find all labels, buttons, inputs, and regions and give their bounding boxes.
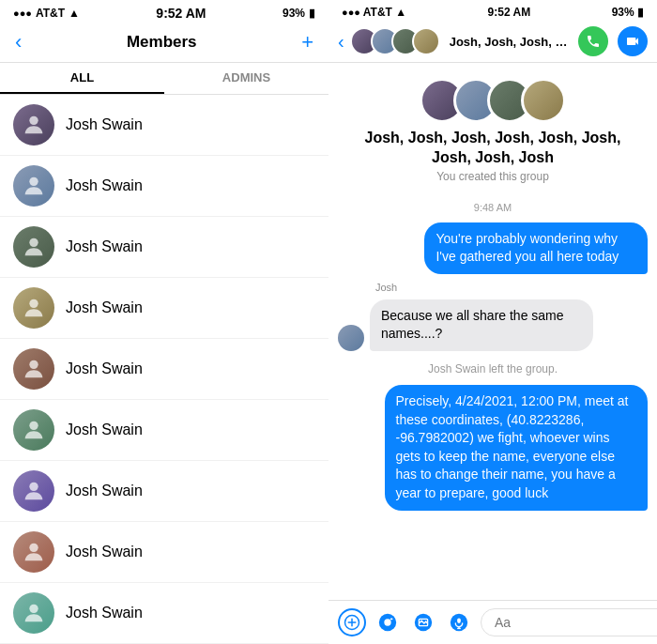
member-item-2[interactable]: Josh Swain — [0, 156, 328, 217]
member-name-5: Josh Swain — [66, 360, 143, 377]
image-button[interactable] — [409, 608, 437, 636]
message-row-sent-1: You're probably wondering why I've gathe… — [338, 222, 648, 274]
right-carrier: ●●● AT&T ▲ — [342, 6, 406, 19]
tab-admins[interactable]: ADMINS — [164, 63, 328, 94]
chat-input[interactable] — [481, 608, 657, 636]
member-avatar-8 — [13, 531, 54, 573]
message-timestamp: 9:48 AM — [338, 202, 648, 213]
chat-header: ‹ Josh, Josh, Josh, Josh,... — [328, 23, 657, 63]
chat-header-icons — [578, 26, 648, 56]
person-icon — [21, 417, 47, 443]
person-icon — [21, 356, 47, 382]
member-item-3[interactable]: Josh Swain — [0, 217, 328, 278]
person-icon — [21, 295, 47, 321]
sender-label: Josh — [375, 282, 648, 293]
svg-point-6 — [29, 483, 38, 491]
phone-icon — [586, 34, 601, 49]
plus-circle-icon — [344, 614, 360, 631]
group-subtext: You created this group — [436, 170, 549, 183]
group-big-avatars — [420, 78, 566, 123]
member-avatar-5 — [13, 348, 54, 390]
member-name-6: Josh Swain — [66, 422, 143, 438]
member-avatar-7 — [13, 470, 54, 512]
mini-avatar-4 — [412, 27, 440, 55]
signal-icon: ●●● — [13, 8, 32, 19]
right-battery: 93% ▮ — [612, 6, 644, 19]
chat-area: Josh, Josh, Josh, Josh, Josh, Josh, Josh… — [328, 63, 657, 600]
left-status-bar: ●●● AT&T ▲ 9:52 AM 93% ▮ — [0, 0, 328, 24]
member-avatar-2 — [13, 165, 54, 207]
bubble-sent-1: You're probably wondering why I've gathe… — [424, 222, 648, 274]
svg-point-2 — [29, 238, 38, 247]
bubble-received-1: Because we all share the same names....? — [370, 299, 593, 351]
member-item-4[interactable]: Josh Swain — [0, 278, 328, 339]
svg-point-7 — [29, 544, 38, 552]
add-action-button[interactable] — [338, 608, 366, 636]
tab-all[interactable]: ALL — [0, 63, 164, 94]
microphone-button[interactable] — [445, 608, 473, 636]
group-avatar-cluster — [350, 27, 440, 55]
chat-input-bar: ☺ 👍 — [328, 600, 657, 644]
message-row-received-1: Because we all share the same names....? — [338, 299, 648, 351]
right-status-bar: ●●● AT&T ▲ 9:52 AM 93% ▮ — [328, 0, 657, 23]
chat-group-name-short[interactable]: Josh, Josh, Josh, Josh,... — [450, 35, 573, 49]
left-header: ‹ Members + — [0, 24, 328, 63]
person-icon — [21, 539, 47, 565]
member-name-8: Josh Swain — [66, 544, 143, 560]
svg-point-1 — [29, 177, 38, 186]
svg-point-16 — [420, 621, 422, 622]
group-info-section: Josh, Josh, Josh, Josh, Josh, Josh, Josh… — [338, 72, 648, 192]
member-name-3: Josh Swain — [66, 238, 143, 255]
member-avatar-9 — [13, 592, 54, 634]
member-avatar-6 — [13, 409, 54, 451]
r-carrier-name: AT&T — [363, 6, 392, 19]
member-item-5[interactable]: Josh Swain — [0, 339, 328, 400]
members-title: Members — [127, 33, 197, 52]
svg-point-12 — [384, 619, 390, 625]
left-battery: 93% ▮ — [283, 7, 315, 20]
bubble-sent-2: Precisely, 4/24/2021, 12:00 PM, meet at … — [385, 385, 649, 511]
member-item-7[interactable]: Josh Swain — [0, 461, 328, 522]
person-icon — [21, 112, 47, 138]
r-battery-label: 93% — [612, 6, 634, 19]
right-panel: ●●● AT&T ▲ 9:52 AM 93% ▮ ‹ Josh, Josh, J… — [328, 0, 657, 644]
big-avatar-4 — [521, 78, 566, 123]
member-name-2: Josh Swain — [66, 177, 143, 194]
member-avatar-1 — [13, 104, 54, 146]
left-panel: ●●● AT&T ▲ 9:52 AM 93% ▮ ‹ Members + ALL… — [0, 0, 328, 644]
svg-rect-18 — [457, 618, 461, 623]
person-icon — [21, 234, 47, 260]
received-avatar — [338, 325, 364, 351]
add-member-button[interactable]: + — [301, 30, 313, 54]
r-battery-icon: ▮ — [637, 6, 644, 19]
member-avatar-3 — [13, 226, 54, 268]
person-icon — [21, 173, 47, 199]
svg-rect-13 — [390, 618, 393, 620]
phone-call-button[interactable] — [578, 26, 608, 56]
left-carrier: ●●● AT&T ▲ — [13, 7, 80, 20]
carrier-name: AT&T — [36, 7, 65, 20]
member-item-9[interactable]: Josh Swain — [0, 583, 328, 644]
left-time: 9:52 AM — [156, 6, 206, 21]
member-item-8[interactable]: Josh Swain — [0, 522, 328, 583]
back-button[interactable]: ‹ — [15, 30, 22, 54]
r-signal-icon: ●●● — [342, 7, 360, 18]
image-icon — [413, 612, 434, 633]
video-icon — [625, 34, 640, 49]
person-icon — [21, 600, 47, 626]
battery-icon: ▮ — [309, 7, 315, 20]
chat-back-button[interactable]: ‹ — [338, 31, 344, 53]
svg-point-5 — [29, 422, 38, 430]
group-full-name: Josh, Josh, Josh, Josh, Josh, Josh, Josh… — [347, 129, 638, 168]
video-call-button[interactable] — [618, 26, 648, 56]
member-item-1[interactable]: Josh Swain — [0, 95, 328, 156]
member-avatar-4 — [13, 287, 54, 329]
svg-point-3 — [29, 299, 38, 308]
wifi-icon: ▲ — [69, 7, 80, 20]
member-item-6[interactable]: Josh Swain — [0, 400, 328, 461]
camera-button[interactable] — [374, 608, 402, 636]
camera-icon — [377, 612, 398, 633]
system-message: Josh Swain left the group. — [338, 362, 648, 376]
right-time: 9:52 AM — [488, 6, 531, 19]
member-name-1: Josh Swain — [66, 116, 143, 133]
